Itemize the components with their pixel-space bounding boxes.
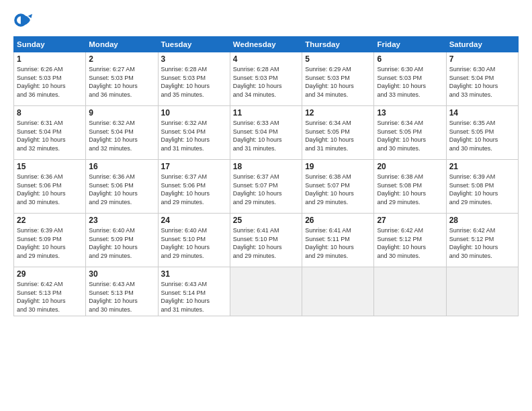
day-number: 21	[449, 162, 515, 171]
day-number: 18	[233, 162, 299, 171]
calendar-cell: 5Sunrise: 6:29 AM Sunset: 5:03 PM Daylig…	[302, 52, 374, 106]
calendar-cell: 6Sunrise: 6:30 AM Sunset: 5:03 PM Daylig…	[374, 52, 446, 106]
day-info: Sunrise: 6:34 AM Sunset: 5:05 PM Dayligh…	[377, 119, 443, 152]
calendar-cell: 20Sunrise: 6:38 AM Sunset: 5:08 PM Dayli…	[374, 160, 446, 214]
day-info: Sunrise: 6:37 AM Sunset: 5:06 PM Dayligh…	[161, 173, 227, 206]
day-header-thursday: Thursday	[302, 37, 374, 52]
day-info: Sunrise: 6:26 AM Sunset: 5:03 PM Dayligh…	[17, 65, 83, 99]
day-info: Sunrise: 6:28 AM Sunset: 5:03 PM Dayligh…	[161, 65, 227, 99]
day-info: Sunrise: 6:38 AM Sunset: 5:08 PM Dayligh…	[377, 173, 443, 206]
day-number: 25	[233, 216, 299, 225]
calendar-cell	[446, 267, 518, 316]
day-number: 17	[161, 162, 227, 171]
calendar-cell: 4Sunrise: 6:28 AM Sunset: 5:03 PM Daylig…	[230, 52, 302, 106]
calendar-cell: 26Sunrise: 6:41 AM Sunset: 5:11 PM Dayli…	[302, 214, 374, 267]
calendar-cell: 13Sunrise: 6:34 AM Sunset: 5:05 PM Dayli…	[374, 106, 446, 160]
day-info: Sunrise: 6:42 AM Sunset: 5:13 PM Dayligh…	[17, 280, 83, 314]
day-info: Sunrise: 6:37 AM Sunset: 5:07 PM Dayligh…	[233, 173, 299, 206]
calendar-cell: 1Sunrise: 6:26 AM Sunset: 5:03 PM Daylig…	[14, 52, 86, 106]
day-number: 23	[89, 216, 154, 225]
calendar-cell: 24Sunrise: 6:40 AM Sunset: 5:10 PM Dayli…	[158, 214, 230, 267]
calendar-cell	[374, 267, 446, 316]
day-number: 9	[89, 108, 154, 118]
day-number: 26	[305, 216, 371, 225]
calendar-cell: 21Sunrise: 6:39 AM Sunset: 5:08 PM Dayli…	[446, 160, 518, 214]
calendar-cell: 11Sunrise: 6:33 AM Sunset: 5:04 PM Dayli…	[230, 106, 302, 160]
day-header-tuesday: Tuesday	[158, 37, 230, 52]
calendar-cell	[302, 267, 374, 316]
day-info: Sunrise: 6:39 AM Sunset: 5:09 PM Dayligh…	[17, 226, 83, 260]
calendar-cell: 12Sunrise: 6:34 AM Sunset: 5:05 PM Dayli…	[302, 106, 374, 160]
day-number: 12	[305, 108, 371, 118]
calendar-cell: 29Sunrise: 6:42 AM Sunset: 5:13 PM Dayli…	[14, 267, 86, 316]
day-number: 8	[17, 108, 83, 118]
day-info: Sunrise: 6:43 AM Sunset: 5:13 PM Dayligh…	[89, 280, 154, 314]
day-info: Sunrise: 6:30 AM Sunset: 5:04 PM Dayligh…	[449, 65, 515, 99]
calendar-cell: 8Sunrise: 6:31 AM Sunset: 5:04 PM Daylig…	[14, 106, 86, 160]
calendar-cell: 16Sunrise: 6:36 AM Sunset: 5:06 PM Dayli…	[86, 160, 158, 214]
day-info: Sunrise: 6:28 AM Sunset: 5:03 PM Dayligh…	[233, 65, 299, 99]
logo	[13, 11, 35, 30]
calendar-cell: 19Sunrise: 6:38 AM Sunset: 5:07 PM Dayli…	[302, 160, 374, 214]
day-number: 15	[17, 162, 83, 171]
day-info: Sunrise: 6:41 AM Sunset: 5:11 PM Dayligh…	[305, 226, 371, 260]
day-info: Sunrise: 6:30 AM Sunset: 5:03 PM Dayligh…	[377, 65, 443, 99]
day-number: 28	[449, 216, 515, 225]
day-number: 7	[449, 54, 515, 64]
day-info: Sunrise: 6:35 AM Sunset: 5:05 PM Dayligh…	[449, 119, 515, 152]
day-number: 19	[305, 162, 371, 171]
day-info: Sunrise: 6:40 AM Sunset: 5:10 PM Dayligh…	[161, 226, 227, 260]
calendar-cell: 23Sunrise: 6:40 AM Sunset: 5:09 PM Dayli…	[86, 214, 158, 267]
calendar-cell: 31Sunrise: 6:43 AM Sunset: 5:14 PM Dayli…	[158, 267, 230, 316]
calendar-header: SundayMondayTuesdayWednesdayThursdayFrid…	[14, 37, 519, 52]
day-info: Sunrise: 6:29 AM Sunset: 5:03 PM Dayligh…	[305, 65, 371, 99]
calendar-cell: 28Sunrise: 6:42 AM Sunset: 5:12 PM Dayli…	[446, 214, 518, 267]
calendar-cell: 15Sunrise: 6:36 AM Sunset: 5:06 PM Dayli…	[14, 160, 86, 214]
calendar-cell: 27Sunrise: 6:42 AM Sunset: 5:12 PM Dayli…	[374, 214, 446, 267]
day-number: 31	[161, 269, 227, 279]
calendar-cell: 18Sunrise: 6:37 AM Sunset: 5:07 PM Dayli…	[230, 160, 302, 214]
day-info: Sunrise: 6:43 AM Sunset: 5:14 PM Dayligh…	[161, 280, 227, 314]
day-info: Sunrise: 6:31 AM Sunset: 5:04 PM Dayligh…	[17, 119, 83, 152]
day-info: Sunrise: 6:32 AM Sunset: 5:04 PM Dayligh…	[89, 119, 154, 152]
calendar-cell: 14Sunrise: 6:35 AM Sunset: 5:05 PM Dayli…	[446, 106, 518, 160]
day-info: Sunrise: 6:39 AM Sunset: 5:08 PM Dayligh…	[449, 173, 515, 206]
calendar-cell	[230, 267, 302, 316]
day-header-friday: Friday	[374, 37, 446, 52]
calendar: SundayMondayTuesdayWednesdayThursdayFrid…	[13, 36, 519, 316]
day-info: Sunrise: 6:38 AM Sunset: 5:07 PM Dayligh…	[305, 173, 371, 206]
day-info: Sunrise: 6:36 AM Sunset: 5:06 PM Dayligh…	[89, 173, 154, 206]
day-number: 4	[233, 54, 299, 64]
day-number: 14	[449, 108, 515, 118]
day-number: 29	[17, 269, 83, 279]
day-info: Sunrise: 6:41 AM Sunset: 5:10 PM Dayligh…	[233, 226, 299, 260]
day-number: 16	[89, 162, 154, 171]
day-number: 24	[161, 216, 227, 225]
day-info: Sunrise: 6:36 AM Sunset: 5:06 PM Dayligh…	[17, 173, 83, 206]
day-info: Sunrise: 6:33 AM Sunset: 5:04 PM Dayligh…	[233, 119, 299, 152]
day-number: 1	[17, 54, 83, 64]
day-number: 27	[377, 216, 443, 225]
day-info: Sunrise: 6:42 AM Sunset: 5:12 PM Dayligh…	[449, 226, 515, 260]
calendar-cell: 3Sunrise: 6:28 AM Sunset: 5:03 PM Daylig…	[158, 52, 230, 106]
calendar-cell: 7Sunrise: 6:30 AM Sunset: 5:04 PM Daylig…	[446, 52, 518, 106]
day-header-wednesday: Wednesday	[230, 37, 302, 52]
day-info: Sunrise: 6:42 AM Sunset: 5:12 PM Dayligh…	[377, 226, 443, 260]
day-header-monday: Monday	[86, 37, 158, 52]
calendar-cell: 22Sunrise: 6:39 AM Sunset: 5:09 PM Dayli…	[14, 214, 86, 267]
day-info: Sunrise: 6:27 AM Sunset: 5:03 PM Dayligh…	[89, 65, 154, 99]
day-number: 11	[233, 108, 299, 118]
day-number: 2	[89, 54, 154, 64]
day-number: 10	[161, 108, 227, 118]
calendar-cell: 9Sunrise: 6:32 AM Sunset: 5:04 PM Daylig…	[86, 106, 158, 160]
day-number: 30	[89, 269, 154, 279]
day-number: 5	[305, 54, 371, 64]
day-header-saturday: Saturday	[446, 37, 518, 52]
day-number: 22	[17, 216, 83, 225]
day-number: 13	[377, 108, 443, 118]
calendar-cell: 17Sunrise: 6:37 AM Sunset: 5:06 PM Dayli…	[158, 160, 230, 214]
day-number: 6	[377, 54, 443, 64]
calendar-body: 1Sunrise: 6:26 AM Sunset: 5:03 PM Daylig…	[14, 52, 519, 316]
calendar-cell: 10Sunrise: 6:32 AM Sunset: 5:04 PM Dayli…	[158, 106, 230, 160]
day-info: Sunrise: 6:34 AM Sunset: 5:05 PM Dayligh…	[305, 119, 371, 152]
